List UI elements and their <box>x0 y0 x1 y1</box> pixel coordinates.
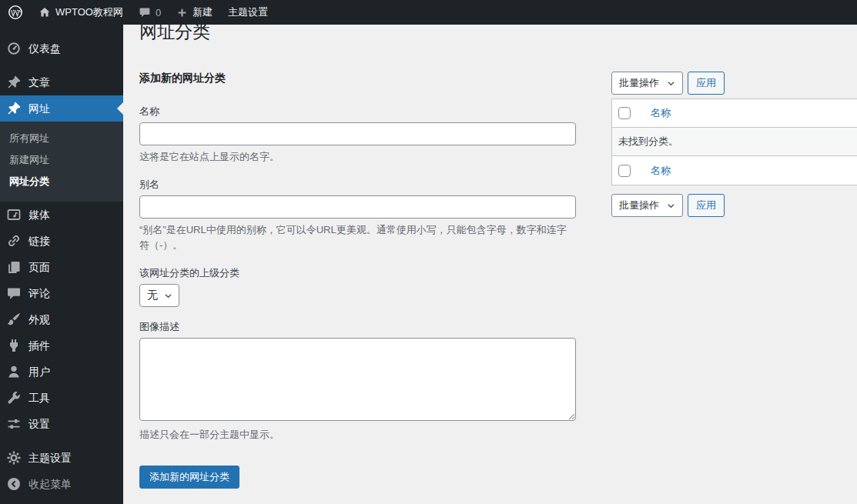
bulk-actions-bottom: 批量操作 应用 <box>611 194 857 217</box>
sidebar-item-comments[interactable]: 评论 <box>0 280 123 306</box>
pages-icon <box>6 259 22 275</box>
comments-link[interactable]: 0 <box>131 0 169 25</box>
comment-count: 0 <box>156 7 161 18</box>
slug-input[interactable] <box>139 195 576 219</box>
theme-settings-link[interactable]: 主题设置 <box>220 0 276 25</box>
media-icon <box>6 207 22 222</box>
pushpin-icon <box>6 75 22 90</box>
main-content: 网址分类 添加新的网址分类 名称 这将是它在站点上显示的名字。 别名 “别名”是… <box>123 0 857 489</box>
description-textarea[interactable] <box>139 338 576 421</box>
new-content-menu[interactable]: 新建 <box>169 0 220 25</box>
name-column-header[interactable]: 名称 <box>651 106 671 120</box>
paintbrush-icon <box>6 312 22 327</box>
name-label: 名称 <box>139 105 576 118</box>
add-term-submit-button[interactable]: 添加新的网址分类 <box>139 466 239 489</box>
sidebar-item-label: 外观 <box>28 312 50 327</box>
sidebar-item-links[interactable]: 链接 <box>0 228 123 254</box>
name-field-group: 名称 这将是它在站点上显示的名字。 <box>139 105 576 165</box>
parent-field-group: 该网址分类的上级分类 无 <box>139 266 576 307</box>
bulk-action-select[interactable]: 批量操作 <box>611 72 683 95</box>
theme-settings-label: 主题设置 <box>228 5 268 19</box>
sidebar-item-appearance[interactable]: 外观 <box>0 306 123 332</box>
current-menu-arrow <box>111 102 123 115</box>
sidebar-item-urls[interactable]: 网址 <box>0 95 123 122</box>
parent-select-value: 无 <box>147 289 158 302</box>
empty-message: 未找到分类。 <box>618 135 678 149</box>
site-name-label: WPTOO教程网 <box>55 5 123 19</box>
name-hint: 这将是它在站点上显示的名字。 <box>139 149 576 165</box>
home-icon <box>38 6 51 18</box>
bulk-actions-top: 批量操作 应用 <box>611 72 857 95</box>
plus-icon <box>176 7 188 18</box>
sidebar-item-label: 工具 <box>28 390 50 406</box>
sidebar-item-label: 链接 <box>28 233 50 249</box>
form-heading: 添加新的网址分类 <box>139 72 576 85</box>
sidebar-item-collapse-menu[interactable]: 收起菜单 <box>0 471 123 497</box>
submenu-item-label: 网址分类 <box>9 175 49 187</box>
sidebar-item-posts[interactable]: 文章 <box>0 69 123 95</box>
user-icon <box>6 364 22 379</box>
sidebar-item-label: 主题设置 <box>28 450 72 466</box>
link-icon <box>6 233 22 249</box>
comments-icon <box>6 285 22 301</box>
sidebar-item-label: 网址 <box>28 101 50 116</box>
sidebar-item-settings[interactable]: 设置 <box>0 411 123 437</box>
sidebar-item-theme-settings[interactable]: 主题设置 <box>0 445 123 471</box>
sidebar-item-label: 媒体 <box>28 207 50 222</box>
slug-field-group: 别名 “别名”是在URL中使用的别称，它可以令URL更美观。通常使用小写，只能包… <box>139 178 576 253</box>
add-term-form: 添加新的网址分类 名称 这将是它在站点上显示的名字。 别名 “别名”是在URL中… <box>139 72 576 489</box>
wordpress-menu[interactable] <box>0 0 31 25</box>
sidebar-item-label: 用户 <box>28 364 50 379</box>
sliders-icon <box>6 416 22 432</box>
sidebar-subitem-url-categories[interactable]: 网址分类 <box>0 171 123 192</box>
site-name-link[interactable]: WPTOO教程网 <box>31 0 131 25</box>
sidebar-item-label: 插件 <box>28 338 50 353</box>
sidebar-subitem-new-url[interactable]: 新建网址 <box>0 149 123 171</box>
sidebar-item-users[interactable]: 用户 <box>0 359 123 385</box>
comment-bubble-icon <box>139 6 151 18</box>
name-column-footer[interactable]: 名称 <box>651 164 671 178</box>
empty-row: 未找到分类。 <box>612 128 857 156</box>
pushpin-icon <box>6 101 22 116</box>
wordpress-logo-icon <box>8 5 23 20</box>
parent-select[interactable]: 无 <box>139 284 179 307</box>
select-all-checkbox[interactable] <box>618 107 631 119</box>
sidebar-item-label: 收起菜单 <box>28 476 72 492</box>
dashboard-icon <box>6 41 22 56</box>
sidebar-item-media[interactable]: 媒体 <box>0 202 123 228</box>
new-label: 新建 <box>192 5 213 19</box>
sidebar-item-label: 页面 <box>28 259 50 275</box>
chevron-down-icon <box>667 202 675 210</box>
submenu-item-label: 所有网址 <box>9 132 49 144</box>
bulk-action-select-bottom[interactable]: 批量操作 <box>611 194 683 217</box>
sidebar-item-pages[interactable]: 页面 <box>0 254 123 280</box>
sidebar-item-label: 文章 <box>28 75 50 90</box>
sidebar-item-plugins[interactable]: 插件 <box>0 332 123 359</box>
parent-label: 该网址分类的上级分类 <box>139 266 576 280</box>
sidebar-item-label: 仪表盘 <box>28 41 61 56</box>
wrench-icon <box>6 390 22 406</box>
name-input[interactable] <box>139 122 576 145</box>
sidebar-item-label: 评论 <box>28 285 50 301</box>
sidebar-subitem-all-urls[interactable]: 所有网址 <box>0 128 123 149</box>
description-label: 图像描述 <box>139 320 576 334</box>
table-footer-row: 名称 <box>612 156 857 185</box>
terms-list-panel: 批量操作 应用 名称 未找到分类。 名称 <box>611 72 857 217</box>
table-header-row: 名称 <box>612 99 857 128</box>
slug-hint: “别名”是在URL中使用的别称，它可以令URL更美观。通常使用小写，只能包含字母… <box>139 222 576 253</box>
sidebar-item-tools[interactable]: 工具 <box>0 385 123 411</box>
terms-table: 名称 未找到分类。 名称 <box>611 98 857 185</box>
sidebar-item-dashboard[interactable]: 仪表盘 <box>0 35 123 62</box>
description-field-group: 图像描述 描述只会在一部分主题中显示。 <box>139 320 576 442</box>
gear-icon <box>6 450 22 466</box>
plugin-icon <box>6 338 22 353</box>
apply-button-bottom[interactable]: 应用 <box>688 194 725 217</box>
description-hint: 描述只会在一部分主题中显示。 <box>139 427 576 442</box>
bulk-action-value: 批量操作 <box>619 199 659 212</box>
chevron-down-icon <box>164 292 172 300</box>
apply-button[interactable]: 应用 <box>688 72 725 95</box>
slug-label: 别名 <box>139 178 576 192</box>
urls-submenu: 所有网址 新建网址 网址分类 <box>0 122 123 202</box>
select-all-checkbox-bottom[interactable] <box>618 165 631 177</box>
collapse-arrow-icon <box>6 476 22 492</box>
